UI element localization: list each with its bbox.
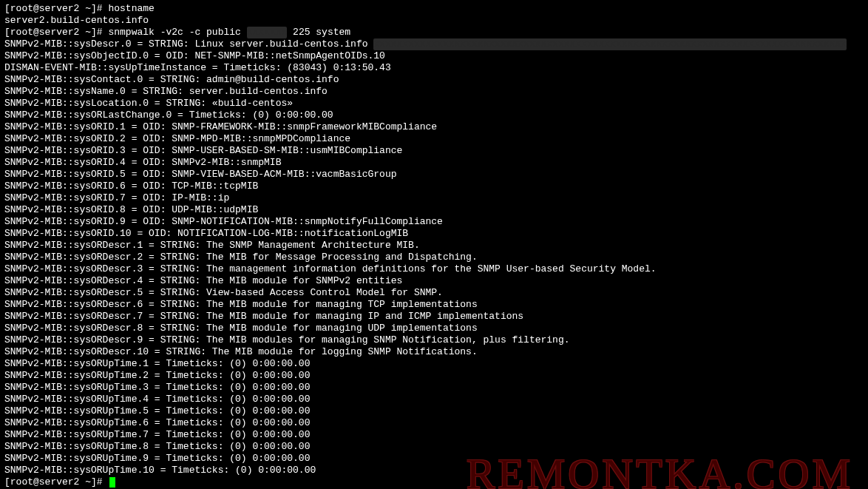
snmp-line: DISMAN-EVENT-MIB::sysUpTimeInstance = Ti… [4, 62, 864, 74]
snmp-line: SNMPv2-MIB::sysORUpTime.10 = Timeticks: … [4, 465, 864, 476]
shell-prompt: [root@server2 ~]# [4, 476, 108, 488]
snmp-line: SNMPv2-MIB::sysORID.9 = OID: SNMP-NOTIFI… [4, 216, 864, 228]
snmp-line: SNMPv2-MIB::sysORDescr.9 = STRING: The M… [4, 334, 864, 346]
snmp-line: SNMPv2-MIB::sysName.0 = STRING: server.b… [4, 86, 864, 98]
snmp-line: SNMPv2-MIB::sysORDescr.3 = STRING: The m… [4, 263, 864, 275]
snmp-line: SNMPv2-MIB::sysORID.6 = OID: TCP-MIB::tc… [4, 181, 864, 192]
snmp-line: SNMPv2-MIB::sysORUpTime.7 = Timeticks: (… [4, 429, 864, 441]
hostname-output: server2.build-centos.info [4, 15, 864, 27]
snmp-line: SNMPv2-MIB::sysORID.2 = OID: SNMP-MPD-MI… [4, 133, 864, 145]
prompt-line: [root@server2 ~]# [4, 476, 864, 488]
redacted-kernel: xxxxxxxxxxxxxxxxxxxxxxxxxxxxxxxxxxxxxxxx… [373, 38, 847, 50]
snmp-line: SNMPv2-MIB::sysORUpTime.5 = Timeticks: (… [4, 405, 864, 417]
snmp-line: SNMPv2-MIB::sysORLastChange.0 = Timetick… [4, 109, 864, 121]
snmp-line: SNMPv2-MIB::sysORUpTime.8 = Timeticks: (… [4, 441, 864, 453]
redacted-ip: xxxxxxx [247, 27, 288, 38]
snmp-line: SNMPv2-MIB::sysORUpTime.1 = Timeticks: (… [4, 358, 864, 370]
snmp-line: SNMPv2-MIB::sysORID.4 = OID: SNMPv2-MIB:… [4, 157, 864, 169]
snmp-line: SNMPv2-MIB::sysORUpTime.6 = Timeticks: (… [4, 417, 864, 429]
snmp-line: SNMPv2-MIB::sysORDescr.4 = STRING: The M… [4, 275, 864, 287]
snmp-line: SNMPv2-MIB::sysORID.1 = OID: SNMP-FRAMEW… [4, 121, 864, 133]
command-hostname: hostname [108, 3, 154, 14]
shell-prompt: [root@server2 ~]# [4, 3, 108, 14]
snmp-line: SNMPv2-MIB::sysORID.10 = OID: NOTIFICATI… [4, 228, 864, 240]
snmp-line: SNMPv2-MIB::sysObjectID.0 = OID: NET-SNM… [4, 50, 864, 62]
snmp-line: SNMPv2-MIB::sysORDescr.10 = STRING: The … [4, 346, 864, 358]
snmp-line: SNMPv2-MIB::sysORDescr.1 = STRING: The S… [4, 240, 864, 252]
snmp-line: SNMPv2-MIB::sysORID.7 = OID: IP-MIB::ip [4, 192, 864, 204]
snmp-line: SNMPv2-MIB::sysORDescr.2 = STRING: The M… [4, 252, 864, 263]
snmp-text: SNMPv2-MIB::sysDescr.0 = STRING: Linux s… [4, 38, 373, 50]
cursor-icon [109, 477, 115, 488]
snmp-line: SNMPv2-MIB::sysContact.0 = STRING: admin… [4, 74, 864, 86]
snmp-line: SNMPv2-MIB::sysDescr.0 = STRING: Linux s… [4, 38, 864, 50]
snmp-line: SNMPv2-MIB::sysORDescr.6 = STRING: The M… [4, 299, 864, 311]
snmp-line: SNMPv2-MIB::sysORID.3 = OID: SNMP-USER-B… [4, 145, 864, 157]
snmp-line: SNMPv2-MIB::sysORUpTime.2 = Timeticks: (… [4, 370, 864, 382]
snmp-line: SNMPv2-MIB::sysLocation.0 = STRING: «bui… [4, 98, 864, 109]
snmp-line: SNMPv2-MIB::sysORUpTime.4 = Timeticks: (… [4, 394, 864, 405]
snmp-line: SNMPv2-MIB::sysORDescr.5 = STRING: View-… [4, 287, 864, 299]
prompt-line: [root@server2 ~]# hostname [4, 3, 864, 15]
terminal-output[interactable]: [root@server2 ~]# hostname server2.build… [4, 3, 864, 488]
snmp-line: SNMPv2-MIB::sysORID.5 = OID: SNMP-VIEW-B… [4, 169, 864, 181]
snmp-line: SNMPv2-MIB::sysORID.8 = OID: UDP-MIB::ud… [4, 204, 864, 216]
shell-prompt: [root@server2 ~]# [4, 27, 108, 38]
snmp-line: SNMPv2-MIB::sysORDescr.8 = STRING: The M… [4, 323, 864, 334]
command-snmpwalk-b: 225 system [287, 27, 350, 38]
snmp-line: SNMPv2-MIB::sysORUpTime.3 = Timeticks: (… [4, 382, 864, 394]
prompt-line: [root@server2 ~]# snmpwalk -v2c -c publi… [4, 27, 864, 38]
snmp-line: SNMPv2-MIB::sysORDescr.7 = STRING: The M… [4, 311, 864, 323]
command-snmpwalk-a: snmpwalk -v2c -c public [108, 27, 246, 38]
snmp-line: SNMPv2-MIB::sysORUpTime.9 = Timeticks: (… [4, 453, 864, 465]
